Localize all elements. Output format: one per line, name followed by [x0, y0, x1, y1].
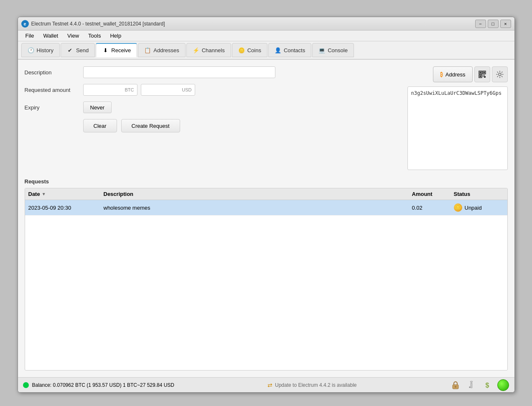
console-icon: 💻: [318, 47, 325, 53]
send-icon: ✔: [67, 47, 74, 53]
menu-wallet[interactable]: Wallet: [39, 31, 62, 40]
action-buttons: Clear Create Request: [83, 119, 401, 132]
right-panel-buttons: ₿ Address: [407, 66, 508, 82]
tab-channels-label: Channels: [202, 47, 225, 53]
tab-addresses[interactable]: 📋 Addresses: [138, 43, 185, 57]
status-text: Unpaid: [465, 205, 482, 211]
svg-text:$: $: [486, 382, 489, 389]
requests-title: Requests: [25, 178, 508, 185]
amount-row: Requested amount BTC USD: [25, 84, 401, 96]
connection-status-dot: [23, 382, 29, 388]
svg-rect-1: [479, 72, 481, 74]
receive-form: Description Requested amount BTC USD: [25, 66, 401, 170]
address-display: n3g2sUwiXLuLaUrC3DWawLSPTy6Gps: [407, 86, 508, 170]
lock-icon[interactable]: [450, 379, 461, 391]
tab-contacts[interactable]: 👤 Contacts: [268, 43, 311, 57]
main-window: e Electrum Testnet 4.4.0 - testnet_walle…: [18, 17, 515, 393]
btc-input[interactable]: [83, 84, 137, 96]
settings-icon: [496, 71, 504, 78]
sort-arrow-icon: ▼: [42, 192, 46, 196]
minimize-button[interactable]: −: [475, 20, 486, 28]
amount-label: Requested amount: [25, 87, 83, 93]
close-button[interactable]: ×: [500, 20, 511, 28]
window-title: Electrum Testnet 4.4.0 - testnet_wallet_…: [31, 21, 165, 27]
update-text: Update to Electrum 4.4.2 is available: [275, 382, 356, 388]
tab-bar: 🕐 History ✔ Send ⬇ Receive 📋 Addresses ⚡…: [18, 41, 514, 60]
addresses-icon: 📋: [144, 47, 151, 53]
tab-history[interactable]: 🕐 History: [21, 43, 60, 57]
channels-icon: ⚡: [193, 47, 199, 53]
tab-channels[interactable]: ⚡ Channels: [186, 43, 231, 57]
contacts-icon: 👤: [275, 47, 281, 53]
header-amount[interactable]: Amount: [412, 191, 454, 197]
header-status[interactable]: Status: [454, 191, 504, 197]
menu-help[interactable]: Help: [106, 31, 125, 40]
dollar-icon[interactable]: $: [481, 379, 493, 391]
statusbar-left: Balance: 0.070962 BTC (1 953.57 USD) 1 B…: [23, 382, 175, 388]
tab-coins-label: Coins: [247, 47, 261, 53]
bitcoin-icon: ₿: [440, 71, 443, 78]
description-input[interactable]: [83, 66, 275, 78]
cell-status: 🪙 Unpaid: [454, 203, 504, 212]
tools-icon[interactable]: [466, 379, 477, 391]
tab-receive-label: Receive: [111, 47, 131, 53]
tab-contacts-label: Contacts: [284, 47, 305, 53]
qr-icon: [478, 70, 486, 79]
coins-icon: 🪙: [238, 47, 245, 53]
requests-table: Date ▼ Description Amount Status 2023-05…: [25, 188, 508, 370]
tab-send-label: Send: [76, 47, 89, 53]
titlebar-controls: − □ ×: [475, 20, 511, 28]
svg-rect-9: [484, 76, 486, 78]
expiry-row: Expiry Never: [25, 102, 401, 113]
header-date[interactable]: Date ▼: [28, 191, 104, 197]
usd-input-wrapper: USD: [141, 84, 195, 96]
menubar: File Wallet View Tools Help: [18, 30, 514, 41]
menu-tools[interactable]: Tools: [84, 31, 105, 40]
svg-rect-5: [479, 76, 481, 77]
update-arrows-icon: ⇄: [267, 382, 272, 388]
cell-date: 2023-05-09 20:30: [28, 203, 104, 212]
app-icon: e: [21, 20, 29, 28]
status-icon: 🪙: [454, 203, 462, 212]
svg-rect-12: [471, 383, 472, 388]
titlebar-left: e Electrum Testnet 4.4.0 - testnet_walle…: [21, 20, 165, 28]
network-status-circle: [497, 379, 509, 391]
usd-input[interactable]: [141, 84, 195, 96]
amount-inputs: BTC USD: [83, 84, 195, 96]
table-header: Date ▼ Description Amount Status: [25, 188, 507, 200]
tab-console-label: Console: [328, 47, 348, 53]
svg-rect-7: [484, 75, 485, 76]
maximize-button[interactable]: □: [488, 20, 499, 28]
settings-button[interactable]: [492, 66, 508, 82]
qr-code-button[interactable]: [474, 66, 490, 82]
address-button[interactable]: ₿ Address: [433, 66, 473, 82]
cell-description: wholesome memes: [104, 203, 412, 212]
address-btn-label: Address: [445, 71, 466, 78]
tab-console[interactable]: 💻 Console: [312, 43, 354, 57]
tab-receive[interactable]: ⬇ Receive: [96, 43, 137, 57]
menu-view[interactable]: View: [63, 31, 83, 40]
clear-button[interactable]: Clear: [83, 119, 117, 132]
btc-input-wrapper: BTC: [83, 84, 137, 96]
requests-section: Requests Date ▼ Description Amount Statu…: [25, 178, 508, 370]
table-row[interactable]: 2023-05-09 20:30 wholesome memes 0.02 🪙 …: [25, 200, 507, 216]
history-icon: 🕐: [28, 47, 34, 53]
tab-addresses-label: Addresses: [153, 47, 179, 53]
svg-rect-6: [483, 75, 484, 76]
statusbar-right: $: [450, 379, 509, 391]
create-request-button[interactable]: Create Request: [121, 119, 180, 132]
tab-coins[interactable]: 🪙 Coins: [232, 43, 267, 57]
titlebar: e Electrum Testnet 4.4.0 - testnet_walle…: [18, 17, 514, 30]
header-description[interactable]: Description: [104, 191, 412, 197]
expiry-label: Expiry: [25, 104, 83, 111]
svg-rect-3: [483, 72, 485, 74]
tab-send[interactable]: ✔ Send: [61, 43, 95, 57]
update-notice: ⇄ Update to Electrum 4.4.2 is available: [267, 382, 356, 388]
svg-rect-8: [483, 76, 484, 77]
description-label: Description: [25, 69, 83, 76]
right-panel: ₿ Address: [407, 66, 508, 170]
tab-history-label: History: [37, 47, 53, 53]
expiry-button[interactable]: Never: [83, 102, 112, 113]
menu-file[interactable]: File: [21, 31, 38, 40]
main-content: Description Requested amount BTC USD: [18, 60, 514, 377]
